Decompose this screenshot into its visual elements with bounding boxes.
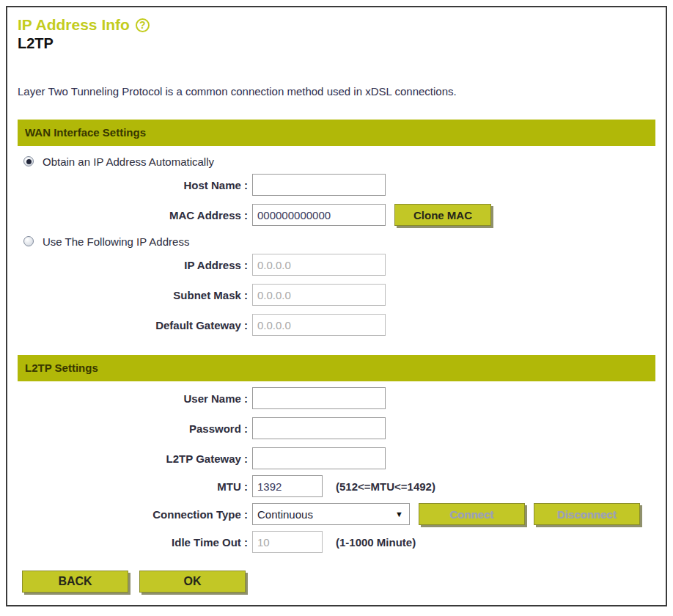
radio-row-static[interactable]: Use The Following IP Address	[23, 235, 655, 248]
l2tp-section-header: L2TP Settings	[18, 355, 655, 381]
idle-timeout-row: Idle Time Out : (1-1000 Minute)	[18, 531, 655, 553]
user-name-input[interactable]	[252, 387, 386, 409]
chevron-down-icon: ▼	[395, 510, 403, 518]
page-frame: IP Address Info ? L2TP Layer Two Tunneli…	[6, 6, 667, 606]
radio-use-following-ip[interactable]	[23, 236, 34, 246]
subnet-mask-label: Subnet Mask :	[18, 289, 252, 301]
mtu-row: MTU : (512<=MTU<=1492)	[18, 475, 655, 497]
user-name-label: User Name :	[18, 392, 252, 405]
disconnect-button[interactable]: Disconnect	[534, 503, 640, 525]
connect-button[interactable]: Connect	[419, 503, 525, 525]
host-name-input[interactable]	[252, 174, 386, 196]
password-label: Password :	[18, 422, 252, 435]
back-button[interactable]: BACK	[22, 571, 128, 593]
default-gateway-input	[252, 314, 386, 336]
subnet-mask-input	[252, 284, 386, 306]
connection-type-label: Connection Type :	[18, 508, 252, 521]
idle-timeout-label: Idle Time Out :	[18, 536, 252, 549]
page-title: IP Address Info ?	[18, 15, 655, 35]
default-gateway-label: Default Gateway :	[18, 319, 252, 331]
page-title-text: IP Address Info	[18, 16, 130, 34]
idle-timeout-note: (1-1000 Minute)	[336, 536, 416, 549]
user-name-row: User Name :	[18, 387, 655, 409]
footer-buttons: BACK OK	[22, 571, 655, 593]
radio-obtain-ip-label: Obtain an IP Address Automatically	[43, 155, 214, 168]
connection-type-select[interactable]: Continuous ▼	[252, 503, 410, 525]
idle-timeout-input	[252, 531, 323, 553]
host-name-row: Host Name :	[18, 174, 655, 196]
mtu-input[interactable]	[252, 475, 323, 497]
mtu-label: MTU :	[18, 480, 252, 493]
ok-button[interactable]: OK	[139, 571, 246, 593]
default-gateway-row: Default Gateway :	[18, 314, 655, 336]
subnet-mask-row: Subnet Mask :	[18, 284, 655, 306]
l2tp-gateway-input[interactable]	[252, 447, 386, 469]
mac-address-row: MAC Address : Clone MAC	[18, 204, 655, 226]
ip-address-label: IP Address :	[18, 259, 252, 271]
wan-section-header: WAN Interface Settings	[18, 120, 655, 146]
mac-address-label: MAC Address :	[18, 209, 252, 221]
page-description: Layer Two Tunneling Protocol is a common…	[18, 85, 655, 98]
clone-mac-button[interactable]: Clone MAC	[394, 204, 491, 226]
radio-use-following-ip-label: Use The Following IP Address	[43, 235, 189, 248]
mtu-note: (512<=MTU<=1492)	[336, 480, 435, 493]
l2tp-gateway-label: L2TP Gateway :	[18, 452, 252, 465]
l2tp-gateway-row: L2TP Gateway :	[18, 447, 655, 469]
connection-type-row: Connection Type : Continuous ▼ Connect D…	[18, 503, 655, 525]
radio-row-obtain[interactable]: Obtain an IP Address Automatically	[23, 155, 655, 168]
password-row: Password :	[18, 417, 655, 439]
ip-address-row: IP Address :	[18, 254, 655, 276]
ip-address-input	[252, 254, 386, 276]
help-icon[interactable]: ?	[136, 18, 150, 32]
radio-obtain-ip[interactable]	[23, 156, 34, 166]
password-input[interactable]	[252, 417, 386, 439]
connection-type-selected-value: Continuous	[257, 508, 313, 521]
mac-address-input[interactable]	[252, 204, 386, 226]
page-subtitle: L2TP	[18, 35, 655, 56]
host-name-label: Host Name :	[18, 179, 252, 191]
